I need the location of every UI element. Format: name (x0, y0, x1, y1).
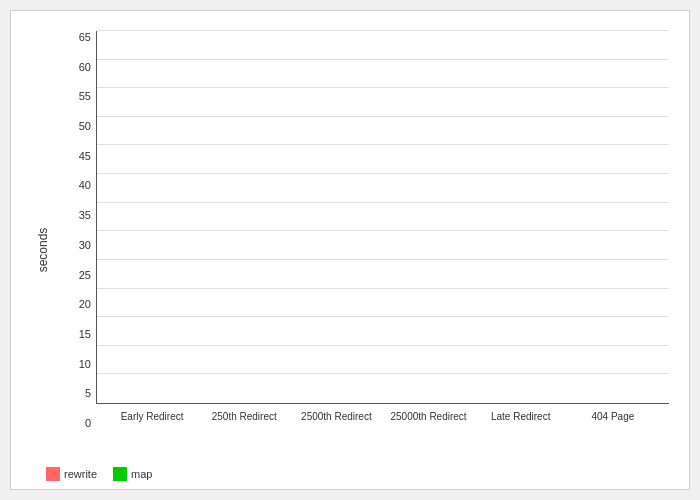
plot-area (96, 31, 669, 404)
chart-area: 65605550454035302520151050 Early Redirec… (66, 31, 669, 429)
y-tick: 10 (79, 358, 96, 370)
legend-rewrite: rewrite (46, 467, 97, 481)
y-tick: 35 (79, 209, 96, 221)
x-label: Early Redirect (112, 411, 192, 422)
y-tick: 65 (79, 31, 96, 43)
x-label: 404 Page (573, 411, 653, 422)
y-tick: 55 (79, 90, 96, 102)
y-tick: 25 (79, 269, 96, 281)
x-label: 2500th Redirect (296, 411, 376, 422)
y-tick: 30 (79, 239, 96, 251)
chart-container: seconds 65605550454035302520151050 Early… (10, 10, 690, 490)
x-labels: Early Redirect250th Redirect2500th Redir… (96, 404, 669, 429)
y-axis: 65605550454035302520151050 (66, 31, 96, 429)
y-tick: 50 (79, 120, 96, 132)
legend: rewrite map (46, 467, 152, 481)
legend-rewrite-label: rewrite (64, 468, 97, 480)
y-tick: 0 (85, 417, 96, 429)
y-axis-title: seconds (36, 228, 50, 273)
legend-rewrite-color (46, 467, 60, 481)
y-tick: 5 (85, 387, 96, 399)
y-tick: 60 (79, 61, 96, 73)
y-tick: 20 (79, 298, 96, 310)
legend-map-color (113, 467, 127, 481)
y-tick: 45 (79, 150, 96, 162)
x-label: Late Redirect (481, 411, 561, 422)
x-label: 25000th Redirect (389, 411, 469, 422)
legend-map: map (113, 467, 152, 481)
x-label: 250th Redirect (204, 411, 284, 422)
bars-wrapper (97, 31, 669, 403)
y-tick: 40 (79, 179, 96, 191)
legend-map-label: map (131, 468, 152, 480)
y-tick: 15 (79, 328, 96, 340)
